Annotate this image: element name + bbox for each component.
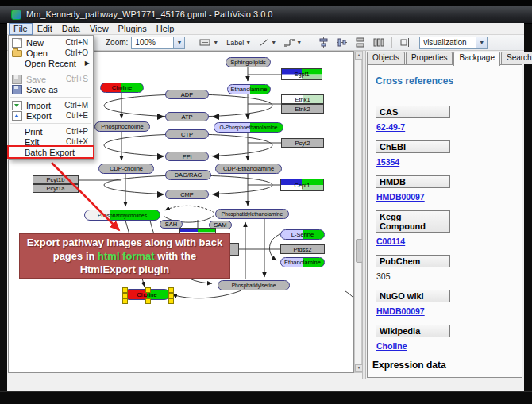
xref-section-title: PubChem [376, 255, 450, 267]
menu-item-save[interactable]: SaveCtrl+S [9, 74, 93, 84]
xref-link[interactable]: 15354 [376, 157, 399, 167]
pathway-node-dag-rag[interactable]: DAG/RAG [165, 170, 211, 180]
xref-section-chebi: ChEBI15354 [376, 140, 522, 167]
node-label: Pcyt1b [47, 176, 65, 183]
menu-item-label: Export [26, 111, 66, 121]
pathway-node-atp[interactable]: ATP [165, 112, 209, 121]
menu-item-shortcut: Ctrl+O [65, 48, 90, 57]
zoom-label: Zoom: [106, 38, 128, 47]
pathway-node-ptdss2[interactable]: Ptdss2 [280, 244, 325, 254]
selection-handle[interactable] [168, 287, 174, 293]
open-folder-icon [12, 50, 22, 57]
connector-tool-button[interactable]: ▼ [282, 36, 304, 50]
window-frame-left [0, 6, 7, 391]
menu-item-export[interactable]: ExportCtrl+E [9, 110, 93, 121]
menu-item-open-recent[interactable]: Open Recent▶ [9, 58, 93, 68]
menubar-item-plugins[interactable]: Plugins [114, 23, 152, 34]
pathway-node-ethanolamine-bottom[interactable]: Ethanolamine [280, 257, 325, 267]
menu-item-open[interactable]: OpenCtrl+O [9, 48, 93, 58]
tab-properties[interactable]: Properties [406, 52, 453, 64]
node-label: Ethanolamine [284, 259, 321, 266]
pathway-node-l-serine[interactable]: L-Serine [280, 229, 325, 240]
selection-handle[interactable] [168, 293, 174, 298]
node-label: Cept1 [294, 182, 310, 189]
menubar-item-help[interactable]: Help [152, 23, 179, 34]
menubar-item-data[interactable]: Data [57, 23, 85, 34]
cross-references-heading: Cross references [376, 75, 522, 87]
menubar-item-file[interactable]: File [9, 23, 33, 35]
xref-link[interactable]: 62-49-7 [376, 122, 405, 132]
zoom-combobox[interactable]: 100% ▼ [131, 37, 185, 49]
common-size-button[interactable] [398, 36, 413, 50]
pathway-node-etnk1[interactable]: Etnk1 [281, 94, 324, 104]
menu-item-label: Exit [25, 137, 66, 147]
xref-link[interactable]: HMDB00097 [376, 306, 425, 316]
menu-item-print[interactable]: PrintCtrl+P [9, 126, 93, 137]
align-center-x-button[interactable] [316, 36, 331, 50]
pathway-node-etnk2[interactable]: Etnk2 [281, 104, 324, 114]
selection-handle[interactable] [145, 287, 151, 293]
callout-line-3: HtmlExport plugin [20, 263, 229, 276]
tab-objects[interactable]: Objects [367, 52, 405, 64]
selection-handle[interactable] [122, 298, 128, 304]
menu-separator [10, 123, 91, 124]
pathway-node-phosphatidylserine[interactable]: Phosphatidylserine [218, 280, 290, 290]
align-center-y-button[interactable] [334, 36, 349, 50]
menu-item-label: Batch Export [25, 148, 88, 157]
line-tool-icon [259, 38, 269, 47]
pathway-node-phosphatidylcholines[interactable]: Phosphatidylcholines [84, 210, 160, 221]
menubar-item-view[interactable]: View [85, 23, 114, 34]
line-tool-button[interactable]: ▼ [256, 36, 279, 50]
pathway-node-cmp[interactable]: CMP [165, 190, 209, 199]
selection-handle[interactable] [168, 298, 174, 304]
xref-section-title: HMDB [376, 175, 450, 188]
menu-item-exit[interactable]: ExitCtrl+X [9, 137, 93, 147]
visualization-dropdown-arrow-icon[interactable]: ▼ [476, 37, 487, 48]
stack-vertical-button[interactable] [353, 36, 368, 50]
zoom-dropdown-arrow-icon[interactable]: ▼ [173, 37, 184, 48]
xref-link[interactable]: Choline [376, 341, 407, 351]
pathway-node-o-phosphoethanolamine[interactable]: O-Phosphoethanolamine [214, 122, 283, 133]
stack-horizontal-button[interactable] [371, 36, 386, 50]
pathway-node-cdp-choline[interactable]: CDP-choline [98, 164, 154, 174]
canvas-vertical-scrollbar[interactable]: ▲ ▼ [354, 51, 362, 373]
menubar-item-edit[interactable]: Edit [33, 23, 57, 34]
visualization-combobox[interactable]: visualization ▼ [419, 37, 488, 49]
selection-handle[interactable] [122, 287, 128, 293]
pathway-node-phosphatidylethanolamine[interactable]: Phosphatidylethanolamine [215, 209, 289, 219]
common-size-icon [400, 37, 411, 48]
chevron-down-icon: ▼ [213, 40, 218, 45]
node-label: Sphingolipids [230, 59, 266, 66]
sidebar: ObjectsPropertiesBackpageSearchLegend Cr… [366, 51, 524, 379]
pathway-node-ppi[interactable]: PPi [165, 152, 209, 161]
node-label: SAH [165, 221, 177, 228]
pathway-node-choline-top[interactable]: Choline [100, 83, 144, 93]
pathway-node-phosphocholine[interactable]: Phosphocholine [94, 121, 150, 132]
menu-item-import[interactable]: ImportCtrl+M [9, 100, 93, 110]
pathway-node-sphingolipids[interactable]: Sphingolipids [226, 57, 271, 67]
pathway-node-ctp[interactable]: CTP [165, 129, 209, 139]
pathway-node-chpt1[interactable]: Cept1 [280, 179, 324, 191]
datanode-template-button[interactable]: ▼ [197, 36, 221, 50]
menu-item-batch-export[interactable]: Batch Export [9, 147, 93, 157]
label-template-button[interactable]: Label ▼ [224, 36, 253, 50]
tab-backpage[interactable]: Backpage [453, 52, 499, 66]
pathway-node-pcyt1a[interactable]: Pcyt1a [33, 184, 79, 193]
tab-search[interactable]: Search [501, 52, 532, 64]
pathway-node-pcyt1b[interactable]: Pcyt1b [33, 175, 79, 184]
selection-handle[interactable] [145, 298, 151, 304]
xref-link[interactable]: HMDB00097 [376, 192, 425, 202]
menu-item-new[interactable]: NewCtrl+N [9, 37, 93, 48]
node-label: Choline [112, 84, 132, 91]
pathway-node-pcyt2[interactable]: Pcyt2 [281, 138, 324, 148]
menu-item-save-as[interactable]: Save as [9, 84, 93, 94]
xref-link[interactable]: C00114 [376, 237, 405, 246]
pathway-node-adp[interactable]: ADP [165, 90, 209, 99]
selection-handle[interactable] [122, 293, 128, 298]
pathway-node-cdp-ethanolamine[interactable]: CDP-Ethanolamine [215, 164, 282, 174]
node-label: CDP-choline [110, 165, 143, 172]
expression-data-heading: Expression data [372, 360, 522, 371]
pathway-node-sgpl1[interactable]: Sgpl1 [281, 68, 322, 80]
pathway-node-choline-selected[interactable]: Choline [124, 289, 170, 300]
pathway-node-ethanolamine-top[interactable]: Ethanolamine [227, 84, 271, 94]
